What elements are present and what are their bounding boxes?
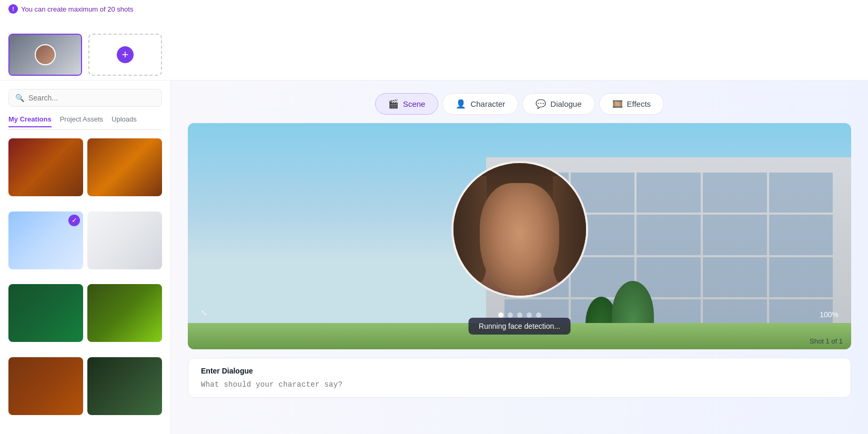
main-layout: 🔍 My Creations Project Assets Uploads 🎬 … xyxy=(0,80,868,434)
image-cell-7[interactable] xyxy=(8,357,83,415)
dialogue-label: Enter Dialogue xyxy=(201,367,838,375)
image-cell-8[interactable] xyxy=(87,357,162,415)
sidebar-tab-project-assets[interactable]: Project Assets xyxy=(60,115,103,127)
window xyxy=(769,173,833,213)
progress-percentage: 100% xyxy=(820,310,839,319)
sidebar-tabs: My Creations Project Assets Uploads xyxy=(8,115,162,130)
character-circle[interactable] xyxy=(451,161,588,298)
warning-icon: ! xyxy=(8,4,18,14)
dialogue-icon: 💬 xyxy=(536,99,546,109)
sidebar-tab-uploads[interactable]: Uploads xyxy=(112,115,137,127)
window xyxy=(703,257,767,298)
window xyxy=(703,215,767,255)
progress-dots xyxy=(498,312,541,318)
progress-dot-1[interactable] xyxy=(498,312,503,318)
search-bar[interactable]: 🔍 xyxy=(8,89,162,107)
effects-icon: 🎞️ xyxy=(612,99,623,109)
shot-thumbnails: + xyxy=(8,34,162,76)
tab-character[interactable]: 👤 Character xyxy=(442,93,518,115)
window xyxy=(637,215,701,255)
sidebar-tab-my-creations[interactable]: My Creations xyxy=(8,115,52,127)
content-area: 🎬 Scene 👤 Character 💬 Dialogue 🎞️ Effect… xyxy=(171,80,868,434)
image-cell-1[interactable] xyxy=(8,138,83,196)
image-cell-3[interactable] xyxy=(8,211,83,269)
warning-banner: ! You can create maximum of 20 shots xyxy=(8,4,133,14)
window xyxy=(703,173,767,213)
search-icon: 🔍 xyxy=(15,94,24,102)
tab-dialogue[interactable]: 💬 Dialogue xyxy=(522,93,594,115)
progress-dot-2[interactable] xyxy=(508,312,513,318)
tab-bar: 🎬 Scene 👤 Character 💬 Dialogue 🎞️ Effect… xyxy=(188,93,851,115)
shot-label: Shot 1 of 1 xyxy=(810,337,843,345)
progress-dot-4[interactable] xyxy=(527,312,532,318)
add-shot-plus-icon: + xyxy=(117,46,134,63)
window xyxy=(769,257,833,298)
character-face-overlay xyxy=(480,183,559,296)
progress-dot-3[interactable] xyxy=(517,312,522,318)
tab-scene[interactable]: 🎬 Scene xyxy=(375,93,439,115)
character-face xyxy=(453,163,586,296)
tab-scene-label: Scene xyxy=(403,99,426,108)
tab-dialogue-label: Dialogue xyxy=(550,99,581,108)
character-icon: 👤 xyxy=(456,99,466,109)
scene-icon: 🎬 xyxy=(388,99,399,109)
dialogue-section: Enter Dialogue xyxy=(188,358,851,398)
tab-effects[interactable]: 🎞️ Effects xyxy=(599,93,664,115)
search-input[interactable] xyxy=(28,94,155,102)
dialogue-input[interactable] xyxy=(201,380,838,389)
image-cell-2[interactable] xyxy=(87,138,162,196)
tab-effects-label: Effects xyxy=(627,99,651,108)
progress-dot-5[interactable] xyxy=(536,312,541,318)
image-cell-6[interactable] xyxy=(87,284,162,342)
image-cell-4[interactable] xyxy=(87,211,162,269)
window xyxy=(637,173,701,213)
face-detection-banner: Running face detection... xyxy=(468,318,571,335)
sidebar: 🔍 My Creations Project Assets Uploads xyxy=(0,80,171,434)
image-cell-5[interactable] xyxy=(8,284,83,342)
expand-icon[interactable]: ⤡ xyxy=(200,308,207,318)
warning-text: You can create maximum of 20 shots xyxy=(21,5,133,13)
add-shot-button[interactable]: + xyxy=(88,34,162,76)
shot-thumb-1[interactable] xyxy=(8,34,82,76)
tab-character-label: Character xyxy=(470,99,505,108)
image-grid xyxy=(8,138,162,426)
window xyxy=(769,215,833,255)
scene-viewer: ⤡ 100% Running face detection... Shot 1 … xyxy=(188,123,851,349)
